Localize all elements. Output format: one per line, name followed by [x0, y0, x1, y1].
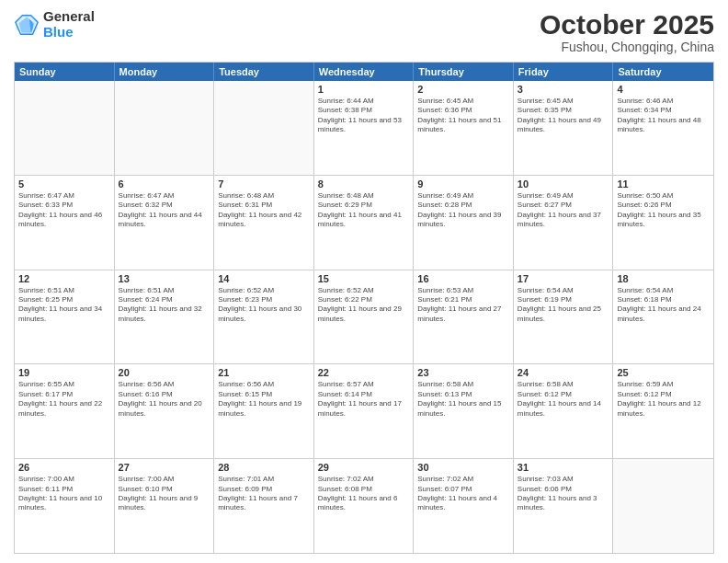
day-cell-30: 30Sunrise: 7:02 AMSunset: 6:07 PMDayligh…: [414, 459, 514, 553]
day-cell-28: 28Sunrise: 7:01 AMSunset: 6:09 PMDayligh…: [214, 459, 314, 553]
day-cell-5: 5Sunrise: 6:47 AMSunset: 6:33 PMDaylight…: [15, 176, 115, 270]
day-cell-15: 15Sunrise: 6:52 AMSunset: 6:22 PMDayligh…: [314, 270, 415, 364]
day-number: 25: [617, 367, 710, 378]
day-number: 19: [18, 367, 110, 378]
day-cell-31: 31Sunrise: 7:03 AMSunset: 6:06 PMDayligh…: [514, 459, 614, 553]
day-details: Sunrise: 6:48 AMSunset: 6:29 PMDaylight:…: [318, 191, 410, 230]
logo: General Blue: [14, 9, 95, 40]
day-cell-9: 9Sunrise: 6:49 AMSunset: 6:28 PMDaylight…: [414, 176, 514, 270]
header-day-friday: Friday: [514, 63, 614, 81]
day-number: 14: [218, 273, 310, 284]
day-details: Sunrise: 7:00 AMSunset: 6:10 PMDaylight:…: [119, 475, 210, 513]
day-details: Sunrise: 6:49 AMSunset: 6:28 PMDaylight:…: [417, 191, 509, 230]
day-details: Sunrise: 6:47 AMSunset: 6:33 PMDaylight:…: [18, 191, 110, 230]
day-cell-21: 21Sunrise: 6:56 AMSunset: 6:15 PMDayligh…: [214, 364, 314, 458]
day-cell-19: 19Sunrise: 6:55 AMSunset: 6:17 PMDayligh…: [15, 364, 115, 458]
day-number: 28: [218, 462, 310, 473]
day-number: 21: [218, 367, 310, 378]
day-details: Sunrise: 6:56 AMSunset: 6:16 PMDaylight:…: [119, 380, 210, 419]
day-cell-18: 18Sunrise: 6:54 AMSunset: 6:18 PMDayligh…: [613, 270, 713, 364]
day-cell-1: 1Sunrise: 6:44 AMSunset: 6:38 PMDaylight…: [314, 81, 415, 175]
day-cell-17: 17Sunrise: 6:54 AMSunset: 6:19 PMDayligh…: [514, 270, 614, 364]
day-details: Sunrise: 6:51 AMSunset: 6:25 PMDaylight:…: [18, 286, 110, 325]
day-number: 16: [417, 273, 509, 284]
header-day-sunday: Sunday: [15, 63, 115, 81]
header-day-monday: Monday: [115, 63, 215, 81]
title-block: October 2025 Fushou, Chongqing, China: [540, 9, 714, 54]
day-number: 5: [18, 178, 110, 190]
day-number: 8: [318, 178, 410, 190]
day-cell-3: 3Sunrise: 6:45 AMSunset: 6:35 PMDaylight…: [514, 81, 614, 175]
day-details: Sunrise: 6:44 AMSunset: 6:38 PMDaylight:…: [318, 97, 410, 135]
day-number: 20: [119, 367, 210, 378]
day-details: Sunrise: 7:02 AMSunset: 6:07 PMDaylight:…: [417, 475, 509, 513]
day-cell-13: 13Sunrise: 6:51 AMSunset: 6:24 PMDayligh…: [115, 270, 215, 364]
day-number: 29: [318, 462, 410, 473]
logo-general: General: [43, 9, 95, 25]
day-number: 17: [518, 273, 609, 284]
day-cell-22: 22Sunrise: 6:57 AMSunset: 6:14 PMDayligh…: [314, 364, 415, 458]
empty-cell-0-2: [214, 81, 314, 175]
calendar-row-2: 5Sunrise: 6:47 AMSunset: 6:33 PMDaylight…: [15, 176, 713, 270]
day-details: Sunrise: 6:52 AMSunset: 6:22 PMDaylight:…: [318, 286, 410, 325]
calendar-header: SundayMondayTuesdayWednesdayThursdayFrid…: [15, 63, 713, 81]
day-number: 2: [417, 84, 509, 95]
day-number: 18: [617, 273, 710, 284]
calendar: SundayMondayTuesdayWednesdayThursdayFrid…: [14, 62, 714, 554]
day-number: 12: [18, 273, 110, 284]
day-number: 11: [617, 178, 710, 190]
day-details: Sunrise: 6:58 AMSunset: 6:12 PMDaylight:…: [518, 380, 609, 419]
day-number: 23: [417, 367, 509, 378]
day-cell-26: 26Sunrise: 7:00 AMSunset: 6:11 PMDayligh…: [15, 459, 115, 553]
day-details: Sunrise: 6:46 AMSunset: 6:34 PMDaylight:…: [617, 97, 710, 135]
location-subtitle: Fushou, Chongqing, China: [540, 40, 714, 54]
logo-icon: [14, 12, 40, 38]
empty-cell-4-6: [613, 459, 713, 553]
empty-cell-0-0: [15, 81, 115, 175]
day-cell-14: 14Sunrise: 6:52 AMSunset: 6:23 PMDayligh…: [214, 270, 314, 364]
day-number: 1: [318, 84, 410, 95]
header-day-tuesday: Tuesday: [214, 63, 314, 81]
day-cell-11: 11Sunrise: 6:50 AMSunset: 6:26 PMDayligh…: [613, 176, 713, 270]
day-details: Sunrise: 6:49 AMSunset: 6:27 PMDaylight:…: [518, 191, 609, 230]
day-cell-24: 24Sunrise: 6:58 AMSunset: 6:12 PMDayligh…: [514, 364, 614, 458]
day-details: Sunrise: 7:01 AMSunset: 6:09 PMDaylight:…: [218, 475, 310, 513]
day-number: 27: [119, 462, 210, 473]
day-number: 9: [417, 178, 509, 190]
day-cell-25: 25Sunrise: 6:59 AMSunset: 6:12 PMDayligh…: [613, 364, 713, 458]
day-cell-27: 27Sunrise: 7:00 AMSunset: 6:10 PMDayligh…: [115, 459, 215, 553]
header-day-saturday: Saturday: [613, 63, 713, 81]
day-number: 13: [119, 273, 210, 284]
day-details: Sunrise: 6:47 AMSunset: 6:32 PMDaylight:…: [119, 191, 210, 230]
day-cell-16: 16Sunrise: 6:53 AMSunset: 6:21 PMDayligh…: [414, 270, 514, 364]
day-details: Sunrise: 6:58 AMSunset: 6:13 PMDaylight:…: [417, 380, 509, 419]
day-details: Sunrise: 6:45 AMSunset: 6:35 PMDaylight:…: [518, 97, 609, 135]
calendar-row-4: 19Sunrise: 6:55 AMSunset: 6:17 PMDayligh…: [15, 364, 713, 459]
day-details: Sunrise: 7:02 AMSunset: 6:08 PMDaylight:…: [318, 475, 410, 513]
day-number: 22: [318, 367, 410, 378]
calendar-body: 1Sunrise: 6:44 AMSunset: 6:38 PMDaylight…: [15, 81, 713, 553]
day-details: Sunrise: 6:51 AMSunset: 6:24 PMDaylight:…: [119, 286, 210, 325]
day-details: Sunrise: 6:54 AMSunset: 6:18 PMDaylight:…: [617, 286, 710, 325]
month-title: October 2025: [540, 9, 714, 40]
day-cell-8: 8Sunrise: 6:48 AMSunset: 6:29 PMDaylight…: [314, 176, 415, 270]
day-number: 31: [518, 462, 609, 473]
day-number: 4: [617, 84, 710, 95]
day-cell-20: 20Sunrise: 6:56 AMSunset: 6:16 PMDayligh…: [115, 364, 215, 458]
logo-text: General Blue: [43, 9, 95, 40]
day-details: Sunrise: 6:54 AMSunset: 6:19 PMDaylight:…: [518, 286, 609, 325]
header-day-thursday: Thursday: [414, 63, 514, 81]
day-details: Sunrise: 6:55 AMSunset: 6:17 PMDaylight:…: [18, 380, 110, 419]
day-cell-12: 12Sunrise: 6:51 AMSunset: 6:25 PMDayligh…: [15, 270, 115, 364]
day-number: 6: [119, 178, 210, 190]
day-details: Sunrise: 7:03 AMSunset: 6:06 PMDaylight:…: [518, 475, 609, 513]
day-details: Sunrise: 6:53 AMSunset: 6:21 PMDaylight:…: [417, 286, 509, 325]
page: General Blue October 2025 Fushou, Chongq…: [0, 0, 728, 563]
empty-cell-0-1: [115, 81, 215, 175]
day-cell-23: 23Sunrise: 6:58 AMSunset: 6:13 PMDayligh…: [414, 364, 514, 458]
day-details: Sunrise: 6:52 AMSunset: 6:23 PMDaylight:…: [218, 286, 310, 325]
calendar-row-1: 1Sunrise: 6:44 AMSunset: 6:38 PMDaylight…: [15, 81, 713, 176]
day-cell-29: 29Sunrise: 7:02 AMSunset: 6:08 PMDayligh…: [314, 459, 415, 553]
day-number: 30: [417, 462, 509, 473]
day-number: 15: [318, 273, 410, 284]
